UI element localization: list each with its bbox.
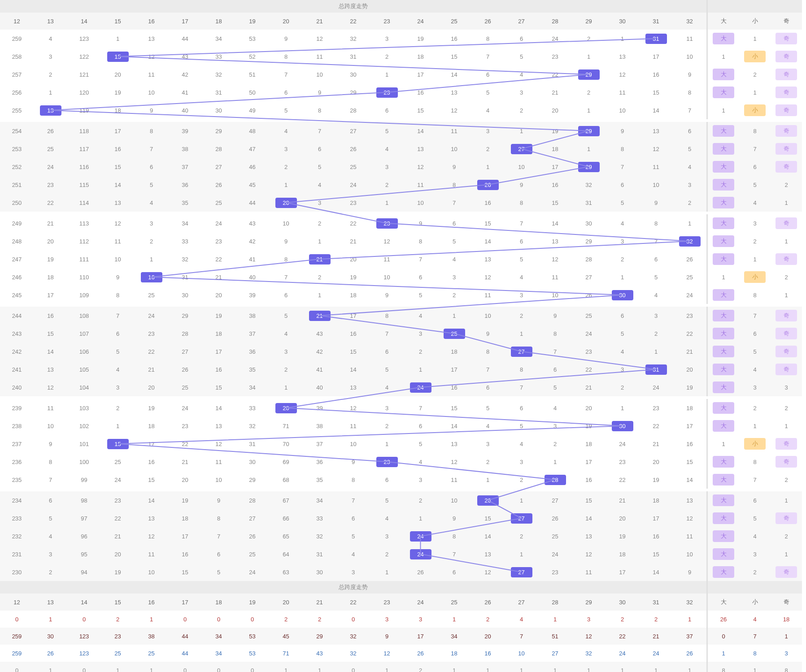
- indicator-cell: 奇: [771, 435, 802, 453]
- col-header: 19: [235, 13, 269, 30]
- trend-cell: 21: [606, 491, 639, 509]
- indicator-hit: 奇: [776, 310, 797, 321]
- trend-cell: 6: [34, 491, 67, 509]
- chart-scroll[interactable]: 总跨度走势12131415161718192021222324252627282…: [0, 0, 806, 672]
- trend-cell: 46: [235, 158, 269, 176]
- trend-cell: 29: [572, 65, 606, 83]
- trend-cell: 16: [168, 545, 202, 563]
- trend-cell: 29: [168, 307, 202, 325]
- indicator-cell: 大: [706, 399, 739, 417]
- trend-cell: 2: [370, 48, 404, 65]
- stat-cell: 22: [606, 628, 639, 645]
- trend-cell: 10: [673, 48, 706, 65]
- trend-cell: 27: [505, 140, 538, 158]
- indicator-cell: 1: [771, 545, 802, 563]
- col-header: 30: [606, 594, 639, 611]
- trend-cell: 17: [639, 509, 673, 527]
- trend-cell: 28: [235, 491, 269, 509]
- trend-cell: 66: [269, 509, 303, 527]
- trend-cell: 6: [336, 509, 370, 527]
- stat-cell: 1: [437, 611, 471, 628]
- trend-cell: 4: [538, 399, 572, 417]
- stat-cell: 24: [606, 645, 639, 662]
- trend-cell: 17: [34, 286, 67, 304]
- stat-cell: 53: [235, 645, 269, 662]
- trend-cell: 22: [538, 65, 572, 83]
- trend-cell: 1: [505, 122, 538, 140]
- trend-hit: 27: [511, 513, 532, 524]
- trend-cell: 19: [168, 491, 202, 509]
- trend-cell: 24: [606, 435, 639, 453]
- trend-cell: 259: [0, 30, 34, 48]
- trend-cell: 7: [505, 378, 538, 396]
- trend-cell: 29: [336, 83, 370, 101]
- col-header: 17: [168, 594, 202, 611]
- trend-cell: 26: [572, 286, 606, 304]
- trend-cell: 15: [336, 343, 370, 360]
- trend-cell: 6: [606, 307, 639, 325]
- trend-cell: 12: [606, 65, 639, 83]
- trend-cell: 32: [673, 232, 706, 250]
- trend-cell: 100: [67, 453, 101, 471]
- trend-cell: 68: [269, 471, 303, 489]
- stat-cell: 0: [67, 611, 101, 628]
- trend-cell: 14: [135, 491, 168, 509]
- col-header: 15: [101, 594, 135, 611]
- stat-cell: 26: [673, 645, 706, 662]
- trend-cell: 25: [34, 140, 67, 158]
- trend-cell: 21: [168, 453, 202, 471]
- trend-cell: 27: [505, 343, 538, 360]
- trend-cell: 1: [505, 491, 538, 509]
- trend-cell: 18: [101, 101, 135, 119]
- trend-cell: 33: [235, 399, 269, 417]
- trend-cell: 8: [336, 471, 370, 489]
- trend-cell: 50: [235, 83, 269, 101]
- trend-cell: 27: [572, 268, 606, 286]
- indicator-cell: 1: [706, 268, 739, 286]
- indicator-cell: 7: [739, 471, 771, 489]
- trend-cell: 23: [101, 491, 135, 509]
- trend-cell: 7: [538, 343, 572, 360]
- trend-cell: 20: [168, 471, 202, 489]
- trend-cell: 5: [505, 48, 538, 65]
- indicator-cell: 大: [706, 378, 739, 396]
- indicator-cell: 奇: [771, 343, 802, 360]
- indicator-hit: 大: [713, 328, 734, 339]
- indicator-cell: 7: [739, 307, 771, 325]
- trend-cell: 3: [673, 176, 706, 194]
- trend-cell: 1: [101, 30, 135, 48]
- trend-cell: 44: [235, 194, 269, 212]
- trend-cell: 15: [202, 378, 235, 396]
- trend-cell: 16: [437, 30, 471, 48]
- stat-cell: 2: [404, 662, 437, 672]
- trend-cell: 4: [505, 435, 538, 453]
- trend-cell: 1: [370, 435, 404, 453]
- indicator-cell: 4: [739, 360, 771, 378]
- trend-cell: 20: [101, 65, 135, 83]
- trend-cell: 12: [572, 545, 606, 563]
- trend-cell: 2: [135, 232, 168, 250]
- trend-cell: 3: [639, 307, 673, 325]
- indicator-cell: 奇: [771, 325, 802, 343]
- trend-cell: 44: [168, 30, 202, 48]
- stat-cell: 12: [572, 628, 606, 645]
- trend-cell: 7: [202, 527, 235, 545]
- indicator-cell: 大: [706, 286, 739, 304]
- trend-cell: 26: [471, 491, 505, 509]
- indicator-cell: 1: [739, 250, 771, 268]
- trend-cell: 27: [538, 491, 572, 509]
- trend-cell: 244: [0, 307, 34, 325]
- trend-hit: 23: [376, 218, 398, 229]
- trend-cell: 17: [168, 527, 202, 545]
- trend-cell: 7: [34, 471, 67, 489]
- trend-cell: 23: [202, 232, 235, 250]
- trend-cell: 22: [101, 509, 135, 527]
- indicator-hit: 奇: [776, 566, 797, 578]
- trend-cell: 234: [0, 491, 34, 509]
- trend-cell: 2: [34, 65, 67, 83]
- trend-cell: 69: [269, 453, 303, 471]
- trend-cell: 6: [639, 250, 673, 268]
- indicator-hit: 大: [713, 161, 734, 173]
- col-header: 26: [471, 13, 505, 30]
- col-header: 31: [639, 594, 673, 611]
